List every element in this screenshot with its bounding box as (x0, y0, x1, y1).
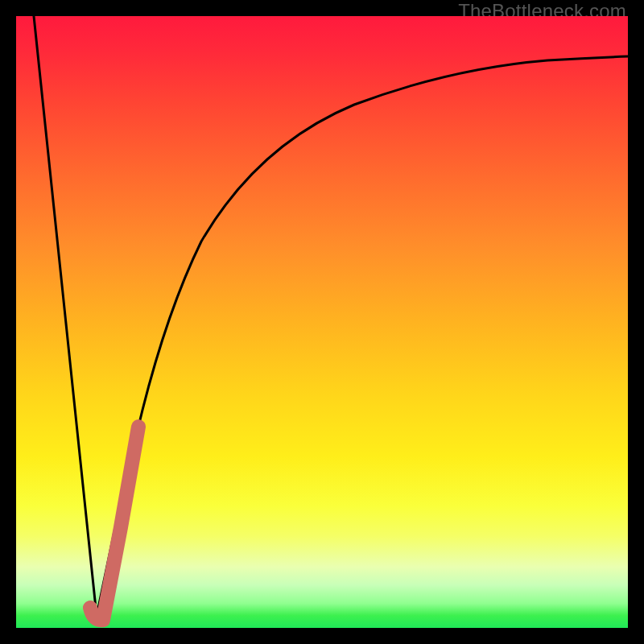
highlight-segment-line (90, 427, 138, 620)
main-curve-line (97, 56, 628, 616)
plot-area (16, 16, 628, 628)
chart-frame: TheBottleneck.com (0, 0, 644, 644)
left-segment-line (34, 16, 97, 616)
chart-svg (16, 16, 628, 628)
